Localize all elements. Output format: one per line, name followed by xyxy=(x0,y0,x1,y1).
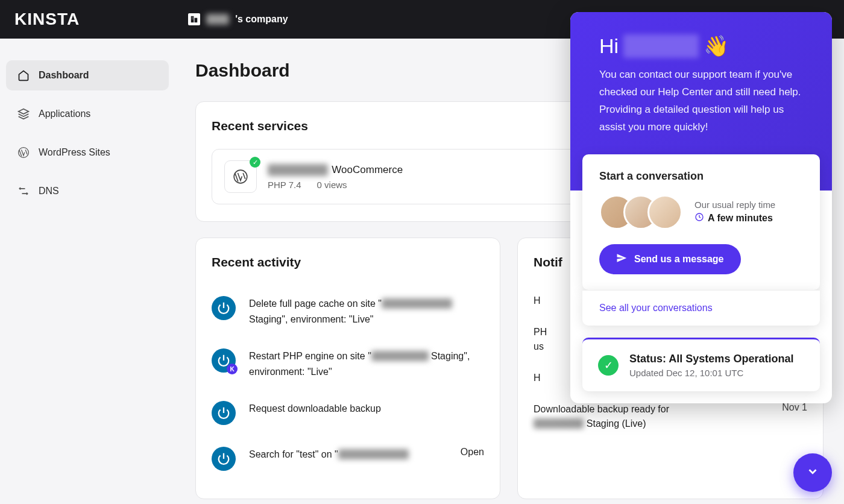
chat-widget: Hi █████ 👋 You can contact our support t… xyxy=(570,12,832,403)
wave-emoji-icon: 👋 xyxy=(704,34,729,58)
chat-description: You can contact our support team if you'… xyxy=(599,66,803,136)
status-updated: Updated Dec 12, 10:01 UTC xyxy=(629,368,793,378)
svg-rect-2 xyxy=(192,17,192,18)
agent-avatars xyxy=(599,195,682,230)
svg-rect-5 xyxy=(193,19,194,19)
layers-icon xyxy=(17,107,30,121)
wordpress-icon xyxy=(17,146,30,159)
activity-status: Open xyxy=(461,447,484,458)
chat-greeting: Hi █████ 👋 xyxy=(599,34,803,58)
status-title: Status: All Systems Operational xyxy=(629,353,793,365)
svg-rect-4 xyxy=(192,19,192,19)
send-icon xyxy=(616,253,627,266)
company-icon xyxy=(188,13,200,25)
panel-title: Recent activity xyxy=(212,255,484,269)
power-icon xyxy=(212,447,236,471)
activity-item[interactable]: Search for "test" on "██████████ Open xyxy=(212,436,484,482)
chevron-down-icon xyxy=(806,465,819,480)
service-name-redacted: ████████ xyxy=(268,164,328,176)
reply-value: A few minutes xyxy=(708,213,773,224)
sidebar-item-wordpress[interactable]: WordPress Sites xyxy=(6,137,169,168)
activity-text: Search for "test" on "██████████ xyxy=(249,447,447,462)
chat-start-card: Start a conversation Our usual reply tim… xyxy=(582,154,820,290)
activity-item[interactable]: Delete full page cache on site "████████… xyxy=(212,285,484,338)
status-card[interactable]: ✓ Status: All Systems Operational Update… xyxy=(582,338,820,391)
see-all-conversations-link[interactable]: See all your conversations xyxy=(582,290,820,326)
sidebar-item-dns[interactable]: DNS xyxy=(6,176,169,206)
activity-item[interactable]: Request downloadable backup xyxy=(212,390,484,436)
chat-start-title: Start a conversation xyxy=(599,170,803,183)
company-suffix: 's company xyxy=(235,14,288,25)
activity-text: Request downloadable backup xyxy=(249,401,484,417)
company-selector[interactable]: ███ 's company xyxy=(188,13,288,25)
activity-text: Delete full page cache on site "████████… xyxy=(249,296,484,327)
chat-fab-button[interactable] xyxy=(793,453,832,492)
sidebar-item-label: Applications xyxy=(39,109,90,119)
logo: KINSTA xyxy=(14,10,80,29)
reply-label: Our usual reply time xyxy=(694,200,775,210)
power-icon xyxy=(212,401,236,425)
sidebar-item-label: WordPress Sites xyxy=(39,147,110,158)
sidebar: Dashboard Applications WordPress Sites D… xyxy=(0,39,175,236)
service-views: 0 views xyxy=(317,180,347,190)
company-name-redacted: ███ xyxy=(206,14,229,25)
activity-text: Restart PHP engine on site "████████ Sta… xyxy=(249,348,484,379)
svg-rect-3 xyxy=(193,17,194,18)
power-icon: K xyxy=(212,348,236,373)
avatar xyxy=(647,195,682,230)
power-icon xyxy=(212,296,236,320)
svg-rect-1 xyxy=(195,18,198,23)
check-badge-icon: ✓ xyxy=(250,157,260,168)
sidebar-item-dashboard[interactable]: Dashboard xyxy=(6,60,169,90)
notification-date: Nov 1 xyxy=(782,402,807,431)
svg-marker-6 xyxy=(19,109,29,114)
svg-rect-0 xyxy=(191,16,194,23)
service-name-suffix: WooCommerce xyxy=(332,164,403,176)
check-icon: ✓ xyxy=(598,355,619,376)
sidebar-item-label: Dashboard xyxy=(39,70,89,81)
send-message-button[interactable]: Send us a message xyxy=(599,244,741,274)
k-badge-icon: K xyxy=(227,364,238,374)
activity-item[interactable]: K Restart PHP engine on site "████████ S… xyxy=(212,338,484,390)
recent-activity-panel: Recent activity Delete full page cache o… xyxy=(195,238,500,499)
clock-icon xyxy=(694,212,704,224)
service-php: PHP 7.4 xyxy=(268,180,301,190)
sidebar-item-applications[interactable]: Applications xyxy=(6,99,169,129)
home-icon xyxy=(17,69,30,82)
sidebar-item-label: DNS xyxy=(39,186,59,197)
dns-icon xyxy=(17,184,30,198)
